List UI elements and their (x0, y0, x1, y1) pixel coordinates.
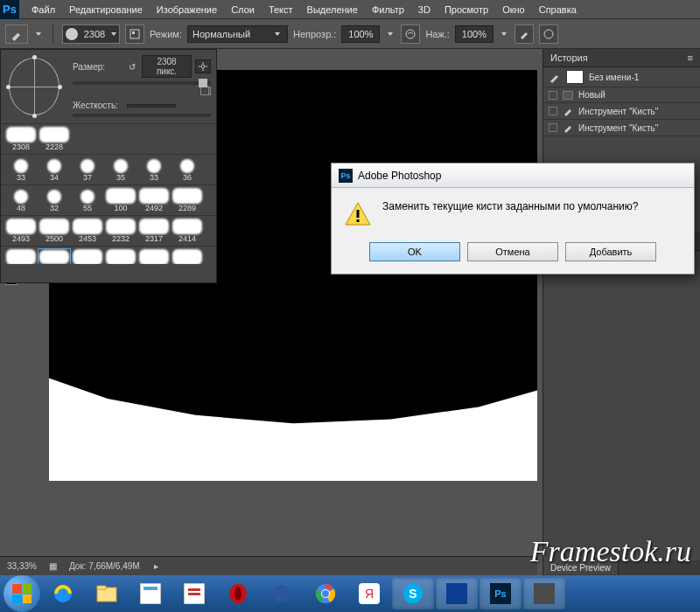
brush-preset[interactable]: 2453 (71, 218, 104, 244)
brush-preset[interactable]: 2424 (71, 248, 104, 264)
brush-preset[interactable]: 2500 (38, 218, 71, 244)
menu-file[interactable]: Файл (24, 0, 62, 19)
history-state[interactable]: Новый (543, 87, 700, 103)
brush-preset[interactable]: 34 (38, 156, 71, 183)
brush-preset[interactable]: 48 (4, 187, 38, 213)
brush-preset[interactable]: 33 (4, 156, 38, 183)
taskbar-opera[interactable] (217, 578, 259, 609)
svg-rect-1 (132, 31, 135, 34)
brush-size-value: 2308 (80, 29, 108, 39)
brush-preset[interactable]: 2451 (171, 248, 204, 264)
svg-point-3 (544, 30, 553, 38)
reset-icon[interactable]: ↺ (126, 60, 138, 73)
brush-preset[interactable]: 35 (104, 156, 137, 183)
menu-layers[interactable]: Слои (224, 0, 262, 19)
flyout-icon[interactable] (200, 87, 211, 95)
taskbar-explorer[interactable] (86, 578, 128, 609)
taskbar-skype[interactable]: S (392, 578, 434, 609)
confirm-dialog: Ps Adobe Photoshop Заменить текущие кист… (331, 163, 695, 275)
brush-preset[interactable]: 2317 (137, 218, 171, 244)
tool-preset-picker[interactable] (5, 24, 28, 44)
brush-preset-panel: Размер: ↺ 2308 пикс. Жесткость: 2308 222… (0, 49, 217, 283)
panel-menu-icon[interactable]: ≡ (688, 52, 693, 63)
chevron-down-icon (275, 32, 280, 36)
opacity-label: Непрозр.: (293, 29, 336, 39)
brush-angle-control[interactable] (4, 52, 65, 121)
zoom-level[interactable]: 33,33% (7, 561, 37, 571)
pressure-size-toggle[interactable] (539, 24, 558, 44)
expose-icon[interactable]: ▦ (49, 561, 57, 571)
menu-text[interactable]: Текст (262, 0, 300, 19)
brush-size-label: Размер: (73, 62, 122, 72)
taskbar-app[interactable]: Я (348, 578, 390, 609)
brush-hardness-value[interactable] (127, 104, 176, 108)
svg-rect-9 (97, 586, 106, 589)
brush-panel-toggle[interactable] (125, 24, 144, 44)
taskbar-app[interactable] (261, 578, 303, 609)
svg-rect-13 (188, 588, 200, 591)
brush-preset[interactable]: 2492 (137, 187, 171, 213)
brush-hardness-label: Жесткость: (73, 101, 123, 110)
history-state[interactable]: Инструмент "Кисть" (543, 120, 700, 136)
svg-text:Ps: Ps (494, 588, 506, 599)
history-panel-tab[interactable]: История≡ (543, 49, 700, 67)
brush-preset[interactable]: 2414 (171, 218, 204, 244)
dialog-titlebar[interactable]: Ps Adobe Photoshop (332, 163, 694, 188)
dialog-title: Adobe Photoshop (358, 170, 441, 182)
airbrush-toggle[interactable] (514, 24, 534, 44)
taskbar-chrome[interactable] (304, 578, 346, 609)
gear-icon[interactable] (195, 59, 211, 73)
opacity-field[interactable]: 100% (341, 25, 380, 43)
brush-preset[interactable]: 2289 (171, 187, 204, 213)
menu-help[interactable]: Справка (532, 0, 584, 19)
brush-preset-row: 2308 2228 (1, 123, 216, 154)
windows-taskbar: Я S Ps (0, 575, 700, 612)
flow-field[interactable]: 100% (455, 25, 494, 43)
menu-image[interactable]: Изображение (150, 0, 224, 19)
brush-size-value[interactable]: 2308 пикс. (142, 55, 192, 78)
cancel-button[interactable]: Отмена (467, 242, 558, 261)
taskbar-ie[interactable] (42, 578, 84, 609)
history-state[interactable]: Инструмент "Кисть" (543, 103, 700, 120)
brush-size-picker[interactable]: 2308 (62, 24, 120, 44)
brush-preset[interactable]: 2438 (4, 248, 38, 264)
history-document[interactable]: Без имени-1 (543, 67, 700, 87)
brush-preset[interactable]: 36 (171, 156, 204, 183)
svg-rect-5 (357, 210, 360, 218)
brush-preset[interactable]: 2232 (104, 218, 137, 244)
taskbar-app[interactable] (173, 578, 215, 609)
brush-preset[interactable]: 2308 (38, 248, 71, 264)
brush-icon (563, 122, 573, 133)
menu-select[interactable]: Выделение (300, 0, 365, 19)
menu-edit[interactable]: Редактирование (62, 0, 150, 19)
brush-preset[interactable]: 100 (104, 187, 137, 213)
taskbar-app[interactable] (436, 578, 478, 609)
brush-hardness-slider[interactable] (73, 114, 211, 117)
brush-preset[interactable]: 2493 (4, 218, 38, 244)
taskbar-app[interactable] (130, 578, 172, 609)
brush-preset[interactable]: 2228 (38, 126, 71, 152)
taskbar-app[interactable] (523, 578, 565, 609)
ok-button[interactable]: OK (369, 242, 460, 261)
blend-mode-select[interactable]: Нормальный (187, 25, 288, 43)
menu-3d[interactable]: 3D (411, 0, 438, 19)
brush-size-slider[interactable] (73, 81, 211, 85)
brush-preset[interactable]: 32 (38, 187, 71, 213)
brush-preset[interactable]: 55 (71, 187, 104, 213)
brush-preset[interactable]: 33 (137, 156, 171, 183)
taskbar-photoshop[interactable]: Ps (480, 578, 522, 609)
brush-preset[interactable]: 37 (71, 156, 104, 183)
brush-preset[interactable]: 2308 (4, 126, 38, 152)
pressure-opacity-toggle[interactable] (401, 24, 420, 44)
start-button[interactable] (4, 575, 40, 612)
menu-view[interactable]: Просмотр (438, 0, 495, 19)
chevron-right-icon[interactable]: ▸ (154, 561, 158, 571)
brush-preset[interactable]: 2318 (137, 248, 171, 264)
brush-preset[interactable]: 2367 (104, 248, 137, 264)
brush-preset-grid: 3334373533364832551002492228924932500245… (1, 154, 216, 264)
device-preview-tab[interactable]: Device Preview (543, 560, 619, 575)
menu-filter[interactable]: Фильтр (365, 0, 411, 19)
add-button[interactable]: Добавить (565, 242, 656, 261)
svg-rect-25 (446, 583, 467, 604)
menu-window[interactable]: Окно (495, 0, 532, 19)
